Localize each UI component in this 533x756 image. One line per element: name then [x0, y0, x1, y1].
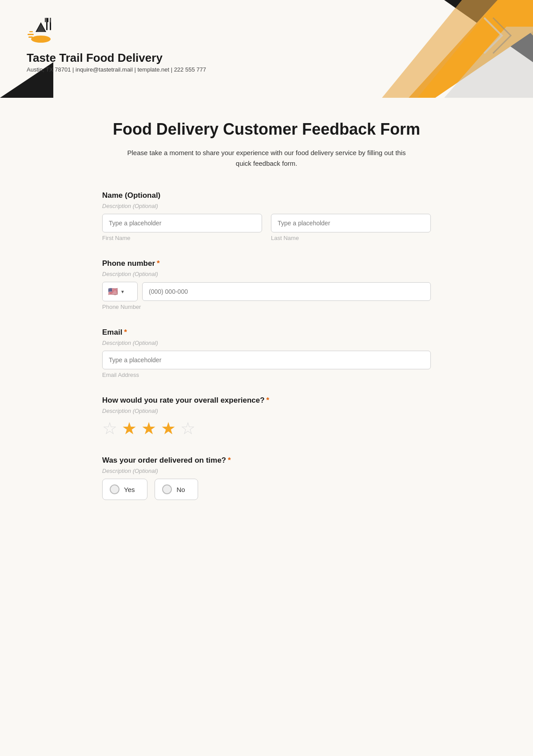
phone-field-group: Phone number* Description (Optional) 🇺🇸 …: [102, 259, 431, 310]
svg-rect-12: [45, 18, 46, 22]
brand-contact: Austin, TX 78701 | inquire@tastetrail.ma…: [27, 66, 206, 73]
on-time-field-group: Was your order delivered on time?* Descr…: [102, 456, 431, 500]
form-description: Please take a moment to share your exper…: [120, 148, 413, 169]
stars-container: ☆ ★ ★ ★ ☆: [102, 419, 431, 438]
star-4[interactable]: ★: [161, 419, 176, 438]
svg-rect-10: [46, 18, 47, 22]
header: Taste Trail Food Delivery Austin, TX 787…: [0, 0, 533, 98]
radio-no-circle: [162, 484, 172, 494]
name-input-row: First Name Last Name: [102, 214, 431, 241]
star-3[interactable]: ★: [141, 419, 156, 438]
name-description: Description (Optional): [102, 203, 431, 209]
last-name-input[interactable]: [271, 214, 431, 232]
brand-name: Taste Trail Food Delivery: [27, 52, 206, 64]
form-container: Food Delivery Customer Feedback Form Ple…: [84, 98, 449, 553]
phone-sublabel: Phone Number: [102, 304, 431, 310]
phone-description: Description (Optional): [102, 271, 431, 277]
radio-no[interactable]: No: [155, 479, 198, 500]
on-time-required-star: *: [228, 456, 231, 464]
name-field-group: Name (Optional) Description (Optional) F…: [102, 191, 431, 241]
svg-rect-8: [29, 31, 33, 32]
email-description: Description (Optional): [102, 340, 431, 346]
email-label: Email*: [102, 328, 431, 337]
on-time-description: Description (Optional): [102, 468, 431, 474]
email-sublabel: Email Address: [102, 372, 431, 378]
svg-rect-6: [28, 34, 34, 35]
last-name-sublabel: Last Name: [271, 235, 431, 241]
radio-yes-circle: [110, 484, 119, 494]
radio-yes[interactable]: Yes: [102, 479, 147, 500]
phone-required-star: *: [157, 259, 160, 268]
on-time-label: Was your order delivered on time?*: [102, 456, 431, 465]
svg-rect-7: [28, 36, 33, 38]
star-1[interactable]: ☆: [102, 419, 117, 438]
first-name-input[interactable]: [102, 214, 262, 232]
rating-label: How would you rate your overall experien…: [102, 396, 431, 405]
first-name-sublabel: First Name: [102, 235, 262, 241]
form-title: Food Delivery Customer Feedback Form: [102, 120, 431, 139]
radio-yes-label: Yes: [124, 486, 135, 493]
phone-input[interactable]: [142, 282, 431, 301]
last-name-col: Last Name: [271, 214, 431, 241]
rating-required-star: *: [266, 396, 270, 404]
star-5[interactable]: ☆: [180, 419, 195, 438]
star-2[interactable]: ★: [122, 419, 137, 438]
header-decoration: [311, 0, 533, 98]
first-name-col: First Name: [102, 214, 262, 241]
phone-input-row: 🇺🇸 ▼: [102, 282, 431, 301]
rating-description: Description (Optional): [102, 408, 431, 414]
logo-area: Taste Trail Food Delivery Austin, TX 787…: [27, 13, 206, 73]
on-time-radio-row: Yes No: [102, 479, 431, 500]
country-selector[interactable]: 🇺🇸 ▼: [102, 282, 138, 301]
flag-icon: 🇺🇸: [108, 287, 118, 296]
name-label: Name (Optional): [102, 191, 431, 200]
email-input[interactable]: [102, 351, 431, 369]
radio-no-label: No: [176, 486, 185, 493]
rating-field-group: How would you rate your overall experien…: [102, 396, 431, 438]
brand-logo: [27, 13, 62, 49]
phone-label: Phone number*: [102, 259, 431, 268]
svg-rect-11: [48, 18, 48, 22]
email-required-star: *: [124, 328, 127, 336]
email-field-group: Email* Description (Optional) Email Addr…: [102, 328, 431, 378]
chevron-down-icon: ▼: [120, 289, 125, 294]
svg-point-5: [31, 36, 51, 43]
